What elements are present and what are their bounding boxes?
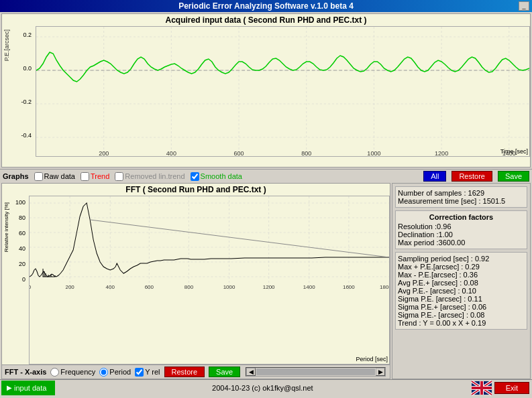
svg-text:600: 600 xyxy=(145,284,154,290)
y-tick-m04: -0.4 xyxy=(2,132,32,139)
meas-row-0: Sampling period [sec] : 0.92 xyxy=(398,255,525,263)
top-stats-section: Number of samples : 1629 Measurement tim… xyxy=(395,186,527,208)
yrel-checkbox[interactable] xyxy=(135,368,144,377)
scroll-right-arrow[interactable]: ▶ xyxy=(376,368,385,376)
meas-row-8: Trend : Y = 0.00 x X + 0.19 xyxy=(398,319,525,327)
correction-factors-section: Correction factors Resolution :0.96 Decl… xyxy=(395,210,527,249)
x-axis-label-top: Time [sec] xyxy=(500,148,528,155)
smooth-data-label: Smooth data xyxy=(201,172,242,180)
app-title: Periodic Error Analyzing Software v.1.0 … xyxy=(13,1,519,11)
smooth-data-checkbox-label[interactable]: Smooth data xyxy=(191,172,242,181)
top-chart-svg: 200 400 600 800 1000 1200 1400 xyxy=(36,27,529,157)
fft-x-axis-ctrl-label: FFT - X-axis xyxy=(5,368,46,376)
svg-text:1400: 1400 xyxy=(303,284,315,290)
save-button-top[interactable]: Save xyxy=(498,171,529,182)
removed-lin-trend-checkbox-label[interactable]: Removed lin.trend xyxy=(115,172,184,181)
scroll-left-arrow[interactable]: ◀ xyxy=(246,368,256,376)
declination-row: Declination :1.00 xyxy=(398,230,525,239)
period-radio-label[interactable]: Period xyxy=(99,368,131,377)
resolution-row: Resolution :0.96 xyxy=(398,222,525,230)
frequency-radio[interactable] xyxy=(50,368,59,377)
svg-text:800: 800 xyxy=(184,284,194,290)
fft-title: FFT ( Second Run PHD and PEC.txt ) xyxy=(2,184,390,196)
correction-factors-title: Correction factors xyxy=(398,213,525,221)
fft-y-20: 20 xyxy=(2,261,25,267)
svg-text:200: 200 xyxy=(99,150,109,157)
removed-lin-trend-checkbox[interactable] xyxy=(115,172,123,181)
exit-button[interactable]: Exit xyxy=(494,382,529,394)
status-icon: ▶ xyxy=(7,384,12,391)
uk-flag-icon xyxy=(472,381,492,395)
svg-text:0: 0 xyxy=(29,284,32,290)
bottom-section: FFT ( Second Run PHD and PEC.txt ) 100 8… xyxy=(1,183,531,379)
svg-line-33 xyxy=(90,220,389,257)
meas-row-4: Avg P.E.- [arcsec] : 0.10 xyxy=(398,287,525,295)
svg-text:1200: 1200 xyxy=(435,150,448,157)
trend-checkbox[interactable] xyxy=(81,172,89,181)
svg-text:1800: 1800 xyxy=(380,284,390,290)
svg-text:800: 800 xyxy=(301,150,311,157)
svg-text:400: 400 xyxy=(106,284,115,290)
svg-text:200: 200 xyxy=(65,284,74,290)
restore-button-top[interactable]: Restore xyxy=(451,171,492,182)
svg-text:1200: 1200 xyxy=(263,284,275,290)
copyright-label: 2004-10-23 (c) ok1fky@qsl.net xyxy=(56,384,469,392)
svg-text:1000: 1000 xyxy=(367,150,380,157)
top-chart-title: Acquired input data ( Second Run PHD and… xyxy=(2,14,530,26)
smooth-data-checkbox[interactable] xyxy=(191,172,199,181)
status-label: ▶ input data xyxy=(1,381,55,395)
raw-data-label: Raw data xyxy=(44,172,75,180)
y-axis-label: P.E.[arcsec] xyxy=(3,29,10,61)
fft-scrollbar[interactable]: ◀ ▶ xyxy=(246,367,386,377)
trend-label: Trend xyxy=(91,172,109,180)
main-content: Acquired input data ( Second Run PHD and… xyxy=(0,12,532,395)
svg-text:1000: 1000 xyxy=(223,284,235,290)
meas-row-3: Avg P.E.+ [arcsec] : 0.08 xyxy=(398,279,525,287)
svg-text:400: 400 xyxy=(166,150,176,157)
all-button[interactable]: All xyxy=(423,171,446,182)
stats-panel: Number of samples : 1629 Measurement tim… xyxy=(392,183,531,379)
meas-row-1: Max + P.E.[arcsec] : 0.29 xyxy=(398,263,525,271)
bottom-bar: ▶ input data 2004-10-23 (c) ok1fky@qsl.n… xyxy=(0,379,532,395)
removed-lin-trend-label: Removed lin.trend xyxy=(125,172,184,180)
frequency-radio-label[interactable]: Frequency xyxy=(50,368,95,377)
meas-row-2: Max - P.E.[arcsec] : 0.36 xyxy=(398,271,525,279)
max-period-row: Max period :3600.00 xyxy=(398,239,525,247)
meas-row-7: Sigma P.E.- [arcsec] : 0.08 xyxy=(398,311,525,319)
scroll-track[interactable] xyxy=(256,369,375,375)
fft-save-button[interactable]: Save xyxy=(209,367,240,377)
trend-checkbox-label[interactable]: Trend xyxy=(81,172,109,181)
svg-text:600: 600 xyxy=(234,150,244,157)
graphs-bar: Graphs Raw data Trend Removed lin.trend … xyxy=(0,169,532,183)
yrel-label: Y rel xyxy=(145,368,160,376)
fft-x-axis-label: Period [sec] xyxy=(356,356,388,362)
fft-area: FFT ( Second Run PHD and PEC.txt ) 100 8… xyxy=(1,183,390,379)
measurements-section: Sampling period [sec] : 0.92 Max + P.E.[… xyxy=(395,252,527,330)
raw-data-checkbox-label[interactable]: Raw data xyxy=(34,172,75,181)
fft-restore-button[interactable]: Restore xyxy=(164,367,205,377)
graphs-label: Graphs xyxy=(3,172,29,180)
minimize-button[interactable]: _ xyxy=(519,1,529,11)
title-bar: Periodic Error Analyzing Software v.1.0 … xyxy=(0,0,532,12)
svg-text:1600: 1600 xyxy=(343,284,355,290)
meas-row-5: Sigma P.E. [arcsec] : 0.11 xyxy=(398,295,525,303)
y-tick-00: 0.0 xyxy=(2,65,32,72)
status-text: input data xyxy=(14,384,46,392)
raw-data-checkbox[interactable] xyxy=(34,172,43,181)
num-samples-row: Number of samples : 1629 xyxy=(398,189,525,197)
yrel-checkbox-label[interactable]: Y rel xyxy=(135,368,160,377)
fft-chart-svg: 0 200 400 600 800 1000 1200 1400 1600 18… xyxy=(30,196,389,290)
period-label: Period xyxy=(109,368,131,376)
top-chart-area: Acquired input data ( Second Run PHD and… xyxy=(1,13,531,168)
measurement-time-row: Measurement time [sec] : 1501.5 xyxy=(398,197,525,205)
frequency-label: Frequency xyxy=(60,368,95,376)
fft-y-axis-label: Relative intensity [%] xyxy=(3,202,9,252)
fft-y-0: 0 xyxy=(2,276,25,283)
fft-controls: FFT - X-axis Frequency Period Y rel Rest… xyxy=(2,364,390,379)
period-radio[interactable] xyxy=(99,368,108,377)
y-tick-m02: -0.2 xyxy=(2,98,32,105)
meas-row-6: Sigma P.E.+ [arcsec] : 0.06 xyxy=(398,303,525,311)
fft-chart-container: 0 200 400 600 800 1000 1200 1400 1600 18… xyxy=(29,196,390,364)
